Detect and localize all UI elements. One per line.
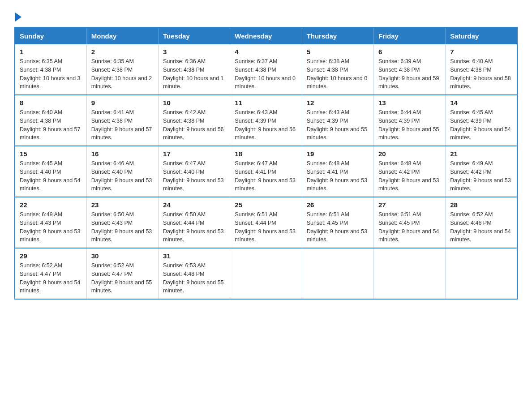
- calendar-cell: 14 Sunrise: 6:45 AMSunset: 4:39 PMDaylig…: [446, 95, 517, 146]
- day-info: Sunrise: 6:51 AMSunset: 4:44 PMDaylight:…: [235, 211, 296, 243]
- calendar-table: SundayMondayTuesdayWednesdayThursdayFrid…: [14, 27, 518, 300]
- day-number: 2: [91, 48, 154, 56]
- calendar-cell: 1 Sunrise: 6:35 AMSunset: 4:38 PMDayligh…: [15, 44, 86, 95]
- calendar-cell: 9 Sunrise: 6:41 AMSunset: 4:38 PMDayligh…: [86, 95, 158, 146]
- day-number: 29: [20, 252, 82, 260]
- calendar-cell: 13 Sunrise: 6:44 AMSunset: 4:39 PMDaylig…: [373, 95, 445, 146]
- day-info: Sunrise: 6:48 AMSunset: 4:41 PMDaylight:…: [307, 160, 368, 192]
- day-info: Sunrise: 6:39 AMSunset: 4:38 PMDaylight:…: [378, 58, 439, 90]
- calendar-cell: 24 Sunrise: 6:50 AMSunset: 4:44 PMDaylig…: [159, 197, 230, 248]
- weekday-header-saturday: Saturday: [446, 27, 517, 44]
- day-number: 7: [450, 48, 512, 56]
- day-number: 1: [20, 48, 82, 56]
- day-info: Sunrise: 6:52 AMSunset: 4:47 PMDaylight:…: [20, 262, 81, 294]
- calendar-cell: 17 Sunrise: 6:47 AMSunset: 4:40 PMDaylig…: [159, 146, 230, 197]
- day-number: 28: [450, 201, 512, 209]
- day-info: Sunrise: 6:36 AMSunset: 4:38 PMDaylight:…: [163, 58, 224, 90]
- calendar-cell: 26 Sunrise: 6:51 AMSunset: 4:45 PMDaylig…: [302, 197, 373, 248]
- calendar-cell: [373, 248, 445, 299]
- calendar-week-row: 8 Sunrise: 6:40 AMSunset: 4:38 PMDayligh…: [15, 95, 517, 146]
- calendar-cell: 18 Sunrise: 6:47 AMSunset: 4:41 PMDaylig…: [230, 146, 302, 197]
- calendar-cell: 28 Sunrise: 6:52 AMSunset: 4:46 PMDaylig…: [446, 197, 517, 248]
- calendar-week-row: 1 Sunrise: 6:35 AMSunset: 4:38 PMDayligh…: [15, 44, 517, 95]
- calendar-cell: [302, 248, 373, 299]
- day-number: 22: [20, 201, 82, 209]
- day-info: Sunrise: 6:41 AMSunset: 4:38 PMDaylight:…: [91, 109, 152, 141]
- day-number: 20: [378, 150, 441, 158]
- calendar-cell: 8 Sunrise: 6:40 AMSunset: 4:38 PMDayligh…: [15, 95, 86, 146]
- calendar-cell: 5 Sunrise: 6:38 AMSunset: 4:38 PMDayligh…: [302, 44, 373, 95]
- day-number: 16: [91, 150, 154, 158]
- day-info: Sunrise: 6:43 AMSunset: 4:39 PMDaylight:…: [307, 109, 368, 141]
- calendar-cell: [230, 248, 302, 299]
- weekday-header-tuesday: Tuesday: [159, 27, 230, 44]
- calendar-cell: 20 Sunrise: 6:48 AMSunset: 4:42 PMDaylig…: [373, 146, 445, 197]
- day-number: 23: [91, 201, 154, 209]
- day-number: 19: [307, 150, 369, 158]
- calendar-cell: 7 Sunrise: 6:40 AMSunset: 4:38 PMDayligh…: [446, 44, 517, 95]
- day-number: 24: [163, 201, 225, 209]
- weekday-header-friday: Friday: [373, 27, 445, 44]
- day-number: 14: [450, 99, 512, 107]
- day-info: Sunrise: 6:47 AMSunset: 4:41 PMDaylight:…: [235, 160, 296, 192]
- calendar-cell: 16 Sunrise: 6:46 AMSunset: 4:40 PMDaylig…: [86, 146, 158, 197]
- calendar-cell: 15 Sunrise: 6:45 AMSunset: 4:40 PMDaylig…: [15, 146, 86, 197]
- weekday-header-sunday: Sunday: [15, 27, 86, 44]
- calendar-cell: 12 Sunrise: 6:43 AMSunset: 4:39 PMDaylig…: [302, 95, 373, 146]
- calendar-cell: 19 Sunrise: 6:48 AMSunset: 4:41 PMDaylig…: [302, 146, 373, 197]
- day-info: Sunrise: 6:46 AMSunset: 4:40 PMDaylight:…: [91, 160, 152, 192]
- page-header: [14, 11, 518, 20]
- day-number: 27: [378, 201, 441, 209]
- day-info: Sunrise: 6:42 AMSunset: 4:38 PMDaylight:…: [163, 109, 224, 141]
- day-number: 12: [307, 99, 369, 107]
- calendar-cell: 22 Sunrise: 6:49 AMSunset: 4:43 PMDaylig…: [15, 197, 86, 248]
- calendar-week-row: 15 Sunrise: 6:45 AMSunset: 4:40 PMDaylig…: [15, 146, 517, 197]
- day-number: 26: [307, 201, 369, 209]
- day-number: 8: [20, 99, 82, 107]
- day-number: 17: [163, 150, 225, 158]
- day-info: Sunrise: 6:37 AMSunset: 4:38 PMDaylight:…: [235, 58, 296, 90]
- day-number: 3: [163, 48, 225, 56]
- day-info: Sunrise: 6:47 AMSunset: 4:40 PMDaylight:…: [163, 160, 224, 192]
- calendar-cell: 30 Sunrise: 6:52 AMSunset: 4:47 PMDaylig…: [86, 248, 158, 299]
- day-info: Sunrise: 6:35 AMSunset: 4:38 PMDaylight:…: [20, 58, 81, 90]
- day-number: 5: [307, 48, 369, 56]
- day-info: Sunrise: 6:49 AMSunset: 4:43 PMDaylight:…: [20, 211, 81, 243]
- day-number: 6: [378, 48, 441, 56]
- day-number: 11: [235, 99, 297, 107]
- day-info: Sunrise: 6:48 AMSunset: 4:42 PMDaylight:…: [378, 160, 439, 192]
- day-info: Sunrise: 6:52 AMSunset: 4:47 PMDaylight:…: [91, 262, 152, 294]
- logo: [14, 11, 21, 20]
- day-info: Sunrise: 6:43 AMSunset: 4:39 PMDaylight:…: [235, 109, 296, 141]
- weekday-header-row: SundayMondayTuesdayWednesdayThursdayFrid…: [15, 27, 517, 44]
- day-info: Sunrise: 6:44 AMSunset: 4:39 PMDaylight:…: [378, 109, 439, 141]
- day-info: Sunrise: 6:51 AMSunset: 4:45 PMDaylight:…: [307, 211, 368, 243]
- calendar-cell: 10 Sunrise: 6:42 AMSunset: 4:38 PMDaylig…: [159, 95, 230, 146]
- day-info: Sunrise: 6:40 AMSunset: 4:38 PMDaylight:…: [450, 58, 511, 90]
- day-number: 21: [450, 150, 512, 158]
- day-number: 31: [163, 252, 225, 260]
- weekday-header-wednesday: Wednesday: [230, 27, 302, 44]
- logo-arrow-icon: [15, 13, 21, 21]
- calendar-week-row: 29 Sunrise: 6:52 AMSunset: 4:47 PMDaylig…: [15, 248, 517, 299]
- day-number: 13: [378, 99, 441, 107]
- calendar-cell: 21 Sunrise: 6:49 AMSunset: 4:42 PMDaylig…: [446, 146, 517, 197]
- day-info: Sunrise: 6:51 AMSunset: 4:45 PMDaylight:…: [378, 211, 439, 243]
- day-info: Sunrise: 6:52 AMSunset: 4:46 PMDaylight:…: [450, 211, 511, 243]
- calendar-cell: 6 Sunrise: 6:39 AMSunset: 4:38 PMDayligh…: [373, 44, 445, 95]
- calendar-cell: 25 Sunrise: 6:51 AMSunset: 4:44 PMDaylig…: [230, 197, 302, 248]
- calendar-cell: 2 Sunrise: 6:35 AMSunset: 4:38 PMDayligh…: [86, 44, 158, 95]
- day-number: 15: [20, 150, 82, 158]
- calendar-cell: 11 Sunrise: 6:43 AMSunset: 4:39 PMDaylig…: [230, 95, 302, 146]
- day-info: Sunrise: 6:40 AMSunset: 4:38 PMDaylight:…: [20, 109, 81, 141]
- day-number: 25: [235, 201, 297, 209]
- weekday-header-monday: Monday: [86, 27, 158, 44]
- day-info: Sunrise: 6:38 AMSunset: 4:38 PMDaylight:…: [307, 58, 368, 90]
- day-info: Sunrise: 6:53 AMSunset: 4:48 PMDaylight:…: [163, 262, 224, 294]
- calendar-cell: [446, 248, 517, 299]
- day-number: 9: [91, 99, 154, 107]
- calendar-week-row: 22 Sunrise: 6:49 AMSunset: 4:43 PMDaylig…: [15, 197, 517, 248]
- day-number: 18: [235, 150, 297, 158]
- calendar-cell: 3 Sunrise: 6:36 AMSunset: 4:38 PMDayligh…: [159, 44, 230, 95]
- calendar-cell: 4 Sunrise: 6:37 AMSunset: 4:38 PMDayligh…: [230, 44, 302, 95]
